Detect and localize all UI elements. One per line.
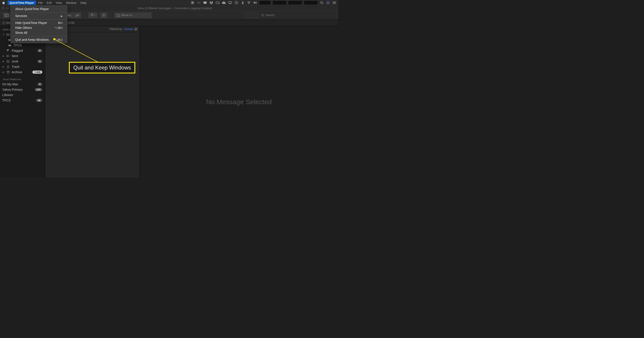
menu-edit[interactable]: Edit	[45, 1, 54, 5]
redacted-block	[304, 1, 318, 5]
display-icon[interactable]	[203, 1, 207, 5]
svg-point-26	[262, 14, 264, 16]
timemachine-icon[interactable]	[234, 1, 238, 5]
archive-icon	[6, 71, 10, 74]
menu-hide[interactable]: Hide QuickTime Player⌘H	[11, 20, 67, 25]
redacted-block	[260, 1, 270, 5]
wifi-icon[interactable]	[247, 1, 251, 5]
sidebar-item-lifewire2[interactable]: Lifewire	[0, 92, 45, 98]
no-message-label: No Message Selected	[206, 98, 272, 106]
volume-icon[interactable]	[253, 1, 257, 5]
count-badge: 46	[36, 99, 42, 102]
dots-icon[interactable]	[197, 1, 201, 5]
svg-rect-28	[3, 22, 5, 24]
svg-point-2	[198, 3, 198, 3]
menu-hide-others[interactable]: Hide Others⌥⌘H	[11, 25, 67, 30]
airplay-icon[interactable]	[228, 1, 232, 5]
apple-logo-icon[interactable]	[2, 1, 5, 5]
filter-value[interactable]: Unread	[124, 28, 133, 31]
mute-button[interactable]	[100, 12, 108, 18]
menubar: QuickTime Player File Edit View Window H…	[0, 0, 338, 5]
folder-icon	[8, 44, 12, 47]
svg-point-1	[192, 2, 193, 3]
annotation-dot	[53, 38, 56, 40]
svg-rect-5	[204, 2, 206, 4]
record-icon[interactable]	[190, 1, 194, 5]
svg-point-13	[327, 2, 329, 3]
annotation-line	[53, 38, 100, 65]
content-pane: No Message Selected	[140, 26, 338, 178]
svg-point-9	[249, 4, 249, 4]
disclosure-icon[interactable]: ▶	[3, 60, 4, 63]
inbox-icon	[6, 33, 10, 36]
clear-filter-button[interactable]: ✕	[134, 28, 137, 31]
sidebar: Mailboxes ▼ Inbox Lifewire TPCS Flagged …	[0, 26, 45, 178]
chevron-right-icon: ▶	[61, 15, 62, 17]
address-field[interactable]	[154, 12, 243, 18]
sidebar-item-yahoo[interactable]: Yahoo Primary 229	[0, 87, 45, 92]
menu-show-all[interactable]: Show All	[11, 30, 67, 35]
menubar-right	[190, 1, 336, 5]
svg-point-4	[200, 3, 200, 3]
sidebar-item-trash[interactable]: ▶ Trash	[0, 64, 45, 69]
disclosure-icon[interactable]: ▶	[3, 71, 4, 73]
svg-rect-6	[204, 4, 206, 4]
disclosure-icon[interactable]: ▶	[3, 66, 4, 68]
flag-button[interactable]: ▾	[88, 12, 98, 18]
moveto-dropdown[interactable]: Move to...	[114, 12, 152, 18]
minimize-button[interactable]	[6, 7, 9, 10]
annotation-callout: Quit and Keep Windows	[69, 62, 135, 73]
sidebar-header-smart: Smart Mailboxes	[0, 77, 45, 82]
count-badge: 229	[35, 88, 42, 91]
search-field[interactable]: Search	[260, 12, 336, 18]
menu-separator	[11, 36, 67, 36]
forward-button[interactable]	[73, 12, 82, 18]
menu-about[interactable]: About QuickTime Player	[11, 7, 67, 12]
notification-center-icon[interactable]	[332, 1, 336, 5]
redacted-block	[273, 1, 286, 5]
count-badge: 6	[37, 49, 42, 52]
count-badge: 7,430	[32, 71, 42, 74]
sidebar-item-tpcs2[interactable]: TPCS 46	[0, 98, 45, 103]
svg-rect-7	[228, 2, 232, 3]
cloud-upload-icon[interactable]	[222, 1, 226, 5]
sidebar-item-junk[interactable]: ▶ Junk 4	[0, 59, 45, 64]
sidebar-item-sent[interactable]: ▶ Sent	[0, 53, 45, 59]
trash-icon	[6, 65, 10, 68]
dropbox-icon[interactable]	[209, 1, 213, 5]
sidebar-item-onmymac[interactable]: On My Mac 9	[0, 82, 45, 87]
bluetooth-icon[interactable]	[240, 1, 245, 5]
siri-icon[interactable]	[326, 1, 330, 5]
flag-icon	[6, 49, 10, 52]
junk-icon	[6, 60, 10, 63]
menu-window[interactable]: Window	[64, 1, 78, 5]
svg-point-10	[321, 2, 323, 4]
menu-view[interactable]: View	[54, 1, 64, 5]
close-button[interactable]	[2, 7, 4, 10]
menu-separator	[11, 19, 67, 20]
annotation-text: Quit and Keep Windows	[69, 62, 135, 73]
sidebar-item-flagged[interactable]: Flagged 6	[0, 48, 45, 53]
creative-cloud-icon[interactable]	[216, 1, 220, 5]
search-placeholder: Search	[266, 14, 274, 17]
svg-line-11	[322, 3, 323, 4]
count-badge: 4	[37, 60, 42, 63]
menu-services[interactable]: Services▶	[11, 14, 67, 18]
count-badge: 9	[37, 83, 42, 86]
menu-app[interactable]: QuickTime Player	[8, 1, 36, 5]
svg-line-36	[54, 39, 99, 63]
spotlight-icon[interactable]	[320, 1, 324, 5]
svg-rect-35	[7, 72, 9, 73]
menu-file[interactable]: File	[36, 1, 45, 5]
sent-icon	[6, 54, 10, 58]
menu-help[interactable]: Help	[78, 1, 88, 5]
svg-line-27	[263, 16, 264, 16]
sidebar-item-archive[interactable]: ▶ Archive 7,430	[0, 69, 45, 75]
get-mail-button[interactable]	[3, 12, 11, 18]
menu-separator	[11, 12, 67, 13]
svg-rect-32	[8, 66, 9, 68]
disclosure-icon[interactable]: ▼	[3, 33, 4, 36]
sidebar-item-tpcs[interactable]: TPCS	[0, 43, 45, 48]
app-menu-dropdown: About QuickTime Player Services▶ Hide Qu…	[10, 5, 67, 43]
disclosure-icon[interactable]: ▶	[3, 55, 4, 57]
